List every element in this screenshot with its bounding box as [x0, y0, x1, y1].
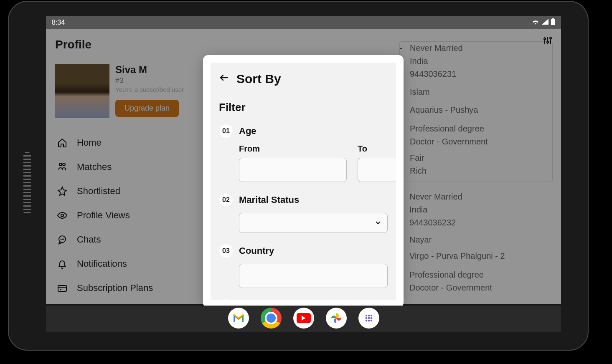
gmail-icon[interactable]: [228, 308, 249, 329]
filter-section-age: 01 Age From To: [219, 124, 388, 182]
age-to-input[interactable]: [358, 158, 396, 182]
age-from-input[interactable]: [239, 158, 347, 182]
battery-icon: [551, 18, 555, 27]
svg-point-15: [370, 314, 372, 316]
photos-icon[interactable]: [326, 308, 347, 329]
filter-label: Country: [239, 245, 274, 256]
filter-num-badge: 03: [219, 244, 233, 258]
status-time: 8:34: [52, 19, 65, 26]
svg-point-19: [365, 319, 367, 321]
svg-point-14: [368, 314, 370, 316]
modal-header: Sort By: [219, 72, 388, 86]
youtube-icon[interactable]: [293, 308, 314, 329]
age-from-label: From: [239, 144, 347, 154]
filter-num-badge: 04: [219, 299, 233, 300]
svg-point-17: [368, 317, 370, 319]
dock: [46, 304, 561, 332]
chrome-icon[interactable]: [261, 308, 282, 329]
signal-icon: [542, 19, 549, 26]
status-bar: 8:34: [46, 16, 561, 29]
svg-point-16: [365, 317, 367, 319]
svg-rect-1: [552, 18, 554, 19]
filter-section-city: 04 City: [219, 299, 388, 300]
svg-point-20: [368, 319, 370, 321]
filter-heading: Filter: [219, 101, 388, 114]
filter-label: Marital Status: [239, 195, 299, 205]
svg-point-18: [370, 317, 372, 319]
sort-filter-modal: Sort By Filter 01 Age From: [203, 55, 404, 306]
filter-section-country: 03 Country: [219, 244, 388, 288]
age-to-label: To: [358, 144, 396, 154]
speaker-grille: [23, 152, 31, 215]
marital-status-select[interactable]: [239, 213, 388, 233]
app-body: Profile Siva M #3 You're a subscribed us…: [46, 29, 561, 306]
device-frame: 8:34 Profile Siva M: [8, 1, 589, 351]
filter-section-marital-status: 02 Marital Status: [219, 193, 388, 233]
filter-num-badge: 01: [219, 124, 233, 138]
modal-inner: Sort By Filter 01 Age From: [211, 63, 396, 300]
modal-title: Sort By: [236, 72, 281, 86]
svg-point-21: [370, 319, 372, 321]
svg-rect-0: [551, 19, 555, 25]
status-icons: [532, 18, 555, 27]
country-input[interactable]: [239, 264, 388, 288]
back-arrow-icon[interactable]: [219, 73, 229, 86]
filter-label: Age: [239, 126, 256, 136]
apps-drawer-icon[interactable]: [358, 308, 379, 329]
filter-num-badge: 02: [219, 193, 233, 207]
screen: 8:34 Profile Siva M: [46, 16, 561, 306]
svg-point-13: [365, 314, 367, 316]
wifi-icon: [532, 19, 539, 26]
